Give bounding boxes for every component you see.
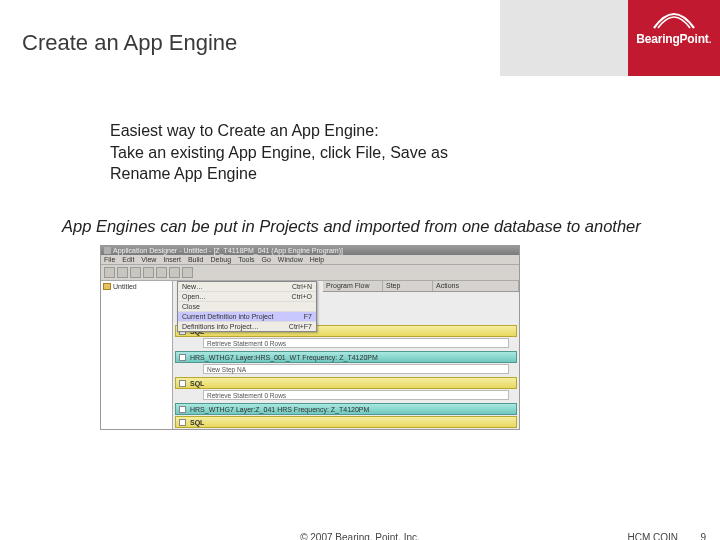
menu-entry[interactable]: Open…Ctrl+O bbox=[178, 292, 316, 302]
sql-section[interactable]: SQL bbox=[175, 377, 517, 389]
grid-header: Program Flow Step Actions bbox=[323, 281, 519, 292]
toolbar-button[interactable] bbox=[156, 267, 167, 278]
slide-header: Create an App Engine BearingPoint. bbox=[0, 0, 720, 80]
step-section[interactable]: HRS_WTHG7 Layer:Z_041 HRS Frequency: Z_T… bbox=[175, 403, 517, 415]
expand-icon[interactable] bbox=[179, 354, 186, 361]
menu-item[interactable]: Debug bbox=[210, 256, 231, 263]
tree-item-label: Untitled bbox=[113, 283, 137, 290]
detail-row: Retrieve Statement 0 Rows bbox=[203, 338, 509, 348]
main-pane: Untitled New…Ctrl+N Open…Ctrl+O Close Cu… bbox=[101, 281, 519, 429]
menubar: File Edit View Insert Build Debug Tools … bbox=[101, 255, 519, 265]
menu-item[interactable]: Insert bbox=[163, 256, 181, 263]
toolbar-button[interactable] bbox=[143, 267, 154, 278]
menu-entry[interactable]: Close bbox=[178, 302, 316, 312]
sql-section[interactable]: SQL bbox=[175, 416, 517, 428]
folder-icon bbox=[103, 283, 111, 290]
grid-header-cell: Program Flow bbox=[323, 281, 383, 291]
text-line: Easiest way to Create an App Engine: bbox=[110, 120, 660, 142]
menu-item[interactable]: Help bbox=[310, 256, 324, 263]
footer-label: HCM COIN bbox=[627, 532, 678, 540]
tree-item[interactable]: Untitled bbox=[103, 283, 170, 290]
expand-icon[interactable] bbox=[179, 380, 186, 387]
main-text-block: Easiest way to Create an App Engine: Tak… bbox=[110, 120, 660, 185]
brand-name: BearingPoint. bbox=[628, 32, 720, 46]
menu-entry-highlighted[interactable]: Current Definition into ProjectF7 bbox=[178, 312, 316, 322]
window-titlebar: Application Designer - Untitled - [Z_T41… bbox=[101, 246, 519, 255]
toolbar-button[interactable] bbox=[117, 267, 128, 278]
project-tree: Untitled bbox=[101, 281, 173, 429]
toolbar-button[interactable] bbox=[182, 267, 193, 278]
menu-item[interactable]: View bbox=[141, 256, 156, 263]
toolbar-button[interactable] bbox=[104, 267, 115, 278]
step-section[interactable]: HRS_WTHG7 Layer:HRS_001_WT Frequency: Z_… bbox=[175, 351, 517, 363]
bearingpoint-logo-icon bbox=[652, 8, 696, 30]
detail-row: Retrieve Statement 0 Rows bbox=[203, 390, 509, 400]
italic-text: App Engines can be put in Projects and i… bbox=[62, 215, 660, 237]
app-icon bbox=[104, 247, 111, 254]
toolbar bbox=[101, 265, 519, 281]
menu-item[interactable]: Build bbox=[188, 256, 204, 263]
slide-body: Easiest way to Create an App Engine: Tak… bbox=[0, 80, 720, 430]
window-title: Application Designer - Untitled - [Z_T41… bbox=[113, 247, 343, 254]
menu-entry[interactable]: New…Ctrl+N bbox=[178, 282, 316, 292]
copyright-text: © 2007 Bearing. Point, Inc. bbox=[300, 532, 420, 540]
toolbar-button[interactable] bbox=[169, 267, 180, 278]
detail-row: New Step NA bbox=[203, 364, 509, 374]
menu-item[interactable]: Window bbox=[278, 256, 303, 263]
slide-title: Create an App Engine bbox=[22, 30, 237, 56]
menu-item[interactable]: Go bbox=[261, 256, 270, 263]
toolbar-button[interactable] bbox=[130, 267, 141, 278]
grid-header-cell: Step bbox=[383, 281, 433, 291]
menu-item[interactable]: File bbox=[104, 256, 115, 263]
expand-icon[interactable] bbox=[179, 419, 186, 426]
file-menu-dropdown: New…Ctrl+N Open…Ctrl+O Close Current Def… bbox=[177, 281, 317, 332]
program-flow-pane: New…Ctrl+N Open…Ctrl+O Close Current Def… bbox=[173, 281, 519, 429]
text-line: Take an existing App Engine, click File,… bbox=[110, 142, 660, 164]
menu-item[interactable]: Tools bbox=[238, 256, 254, 263]
menu-item[interactable]: Edit bbox=[122, 256, 134, 263]
menu-entry[interactable]: Definitions into Project…Ctrl+F7 bbox=[178, 322, 316, 331]
brand-block: BearingPoint. bbox=[628, 0, 720, 76]
page-number: 9 bbox=[700, 532, 706, 540]
grid-header-cell: Actions bbox=[433, 281, 519, 291]
expand-icon[interactable] bbox=[179, 406, 186, 413]
header-grey-block bbox=[500, 0, 628, 76]
app-designer-screenshot: Application Designer - Untitled - [Z_T41… bbox=[100, 245, 520, 430]
text-line: Rename App Engine bbox=[110, 163, 660, 185]
